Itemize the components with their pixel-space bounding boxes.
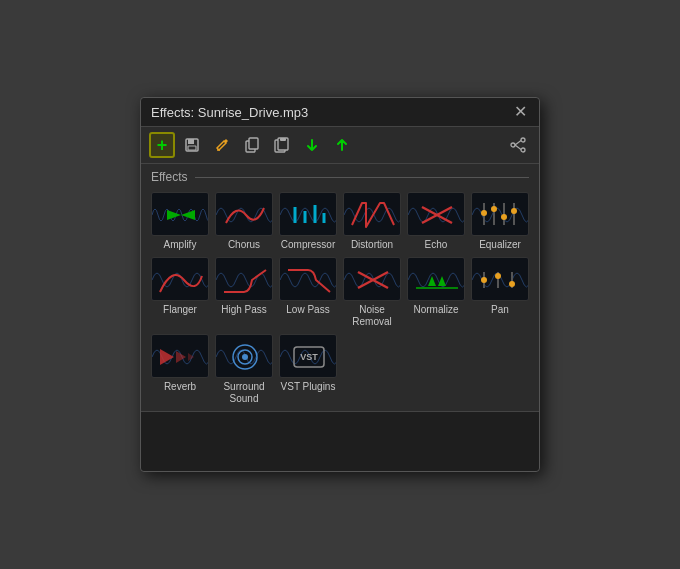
add-effect-button[interactable]: + (149, 132, 175, 158)
svg-text:VST: VST (300, 352, 318, 362)
flanger-label: Flanger (163, 304, 197, 316)
svg-line-12 (515, 141, 521, 146)
paste-button[interactable] (269, 132, 295, 158)
highpass-thumbnail (216, 258, 273, 301)
distortion-thumb (343, 192, 401, 236)
effect-amplify[interactable]: Amplify (151, 192, 209, 251)
normalize-label: Normalize (413, 304, 458, 316)
svg-rect-37 (216, 258, 273, 301)
window-title: Effects: Sunrise_Drive.mp3 (151, 105, 308, 120)
amplify-label: Amplify (164, 239, 197, 251)
reverb-label: Reverb (164, 381, 196, 393)
lowpass-thumb (279, 257, 337, 301)
svg-rect-27 (472, 193, 529, 236)
svg-rect-38 (280, 258, 337, 301)
compressor-thumbnail (280, 193, 337, 236)
chorus-thumbnail (216, 193, 273, 236)
svg-rect-46 (472, 258, 529, 301)
echo-thumb (407, 192, 465, 236)
effect-pan[interactable]: Pan (471, 257, 529, 328)
distortion-label: Distortion (351, 239, 393, 251)
svg-point-52 (509, 281, 515, 287)
surround-thumb (215, 334, 273, 378)
equalizer-thumbnail (472, 193, 529, 236)
effect-distortion[interactable]: Distortion (343, 192, 401, 251)
svg-point-9 (521, 138, 525, 142)
pan-thumbnail (472, 258, 529, 301)
echo-label: Echo (425, 239, 448, 251)
lowpass-label: Low Pass (286, 304, 329, 316)
svg-point-50 (495, 273, 501, 279)
copy-icon (244, 137, 260, 153)
effects-section-header: Effects (141, 164, 539, 186)
effect-reverb[interactable]: Reverb (151, 334, 209, 405)
svg-rect-42 (408, 258, 465, 301)
noiseremoval-thumbnail (344, 258, 401, 301)
amplify-thumbnail (152, 193, 209, 236)
noiseremoval-thumb (343, 257, 401, 301)
echo-thumbnail (408, 193, 465, 236)
svg-point-35 (511, 208, 517, 214)
save-button[interactable] (179, 132, 205, 158)
flanger-thumb (151, 257, 209, 301)
reverb-thumbnail (152, 335, 209, 378)
distortion-thumbnail (344, 193, 401, 236)
edit-button[interactable] (209, 132, 235, 158)
svg-point-10 (521, 148, 525, 152)
svg-point-29 (481, 210, 487, 216)
lowpass-thumbnail (280, 258, 337, 301)
effects-window: Effects: Sunrise_Drive.mp3 ✕ + (140, 97, 540, 472)
svg-rect-8 (280, 138, 286, 141)
effect-normalize[interactable]: Normalize (407, 257, 465, 328)
normalize-thumbnail (408, 258, 465, 301)
section-divider (195, 177, 529, 178)
svg-line-13 (515, 145, 521, 150)
svg-rect-1 (188, 139, 194, 144)
compressor-label: Compressor (281, 239, 335, 251)
pencil-icon (214, 137, 230, 153)
effect-flanger[interactable]: Flanger (151, 257, 209, 328)
normalize-thumb (407, 257, 465, 301)
pan-thumb (471, 257, 529, 301)
chorus-label: Chorus (228, 239, 260, 251)
svg-rect-18 (280, 193, 337, 236)
up-arrow-icon (334, 137, 350, 153)
vst-label: VST Plugins (281, 381, 336, 393)
effect-equalizer[interactable]: Equalizer (471, 192, 529, 251)
svg-rect-2 (188, 146, 196, 150)
surround-label: Surround Sound (215, 381, 273, 405)
vst-thumb: VST (279, 334, 337, 378)
reverb-thumb (151, 334, 209, 378)
bottom-panel (141, 411, 539, 471)
effects-grid: Amplify Chorus (141, 186, 539, 411)
compressor-thumb (279, 192, 337, 236)
toolbar: + (141, 127, 539, 164)
vst-thumbnail: VST (280, 335, 337, 378)
paste-icon (274, 137, 290, 153)
effect-echo[interactable]: Echo (407, 192, 465, 251)
surround-thumbnail (216, 335, 273, 378)
save-icon (184, 137, 200, 153)
effect-chorus[interactable]: Chorus (215, 192, 273, 251)
effect-surround[interactable]: Surround Sound (215, 334, 273, 405)
effects-label: Effects (151, 170, 187, 184)
effect-highpass[interactable]: High Pass (215, 257, 273, 328)
move-down-button[interactable] (299, 132, 325, 158)
share-button[interactable] (505, 132, 531, 158)
down-arrow-icon (304, 137, 320, 153)
close-button[interactable]: ✕ (512, 104, 529, 120)
effect-compressor[interactable]: Compressor (279, 192, 337, 251)
effect-vst[interactable]: VST VST Plugins (279, 334, 337, 405)
noiseremoval-label: Noise Removal (343, 304, 401, 328)
title-bar: Effects: Sunrise_Drive.mp3 ✕ (141, 98, 539, 127)
effect-lowpass[interactable]: Low Pass (279, 257, 337, 328)
svg-point-31 (491, 206, 497, 212)
svg-point-33 (501, 214, 507, 220)
effect-noiseremoval[interactable]: Noise Removal (343, 257, 401, 328)
equalizer-thumb (471, 192, 529, 236)
equalizer-label: Equalizer (479, 239, 521, 251)
flanger-thumbnail (152, 258, 209, 301)
copy-button[interactable] (239, 132, 265, 158)
move-up-button[interactable] (329, 132, 355, 158)
pan-label: Pan (491, 304, 509, 316)
